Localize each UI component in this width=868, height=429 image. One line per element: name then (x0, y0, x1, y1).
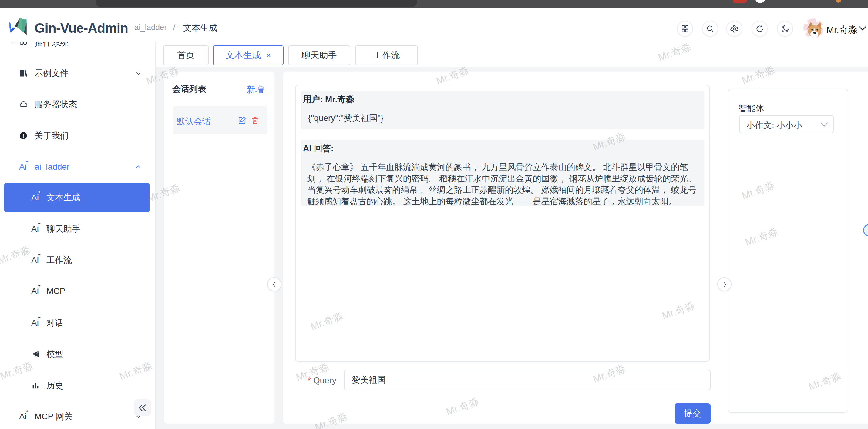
svg-text:i: i (23, 133, 24, 139)
